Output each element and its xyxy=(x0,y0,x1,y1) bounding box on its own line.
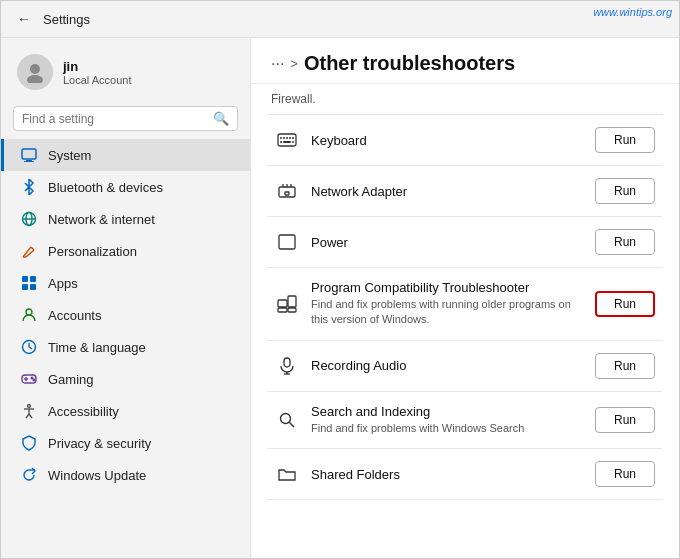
svg-rect-2 xyxy=(22,149,36,159)
search-box[interactable]: 🔍 xyxy=(13,106,238,131)
user-profile: jin Local Account xyxy=(1,46,250,102)
breadcrumb-arrow: > xyxy=(290,56,298,71)
sidebar-item-gaming-label: Gaming xyxy=(48,372,94,387)
svg-rect-29 xyxy=(278,134,296,146)
recording-audio-run-button[interactable]: Run xyxy=(595,353,655,379)
sidebar-item-update[interactable]: Windows Update xyxy=(1,459,250,491)
sidebar-item-personalization-label: Personalization xyxy=(48,244,137,259)
svg-rect-45 xyxy=(278,308,287,312)
search-input[interactable] xyxy=(22,112,209,126)
svg-rect-42 xyxy=(285,192,289,195)
search-indexing-icon xyxy=(275,408,299,432)
accessibility-icon xyxy=(20,402,38,420)
sidebar-item-privacy-label: Privacy & security xyxy=(48,436,151,451)
power-run-button[interactable]: Run xyxy=(595,229,655,255)
keyboard-run-button[interactable]: Run xyxy=(595,127,655,153)
table-row: Keyboard Run xyxy=(267,115,663,166)
svg-point-0 xyxy=(30,64,40,74)
svg-line-52 xyxy=(289,422,294,427)
sidebar-item-apps[interactable]: Apps xyxy=(1,267,250,299)
svg-line-26 xyxy=(26,414,29,418)
right-panel: ··· > Other troubleshooters Firewall. xyxy=(251,38,679,558)
user-name: jin xyxy=(63,59,132,74)
shared-folders-run-button[interactable]: Run xyxy=(595,461,655,487)
breadcrumb-dots[interactable]: ··· xyxy=(271,55,284,73)
search-indexing-name: Search and Indexing xyxy=(311,404,583,419)
recording-audio-name: Recording Audio xyxy=(311,358,583,373)
sidebar-item-privacy[interactable]: Privacy & security xyxy=(1,427,250,459)
privacy-icon xyxy=(20,434,38,452)
program-compat-desc: Find and fix problems with running older… xyxy=(311,297,583,328)
table-row: Network Adapter Run xyxy=(267,166,663,217)
back-button[interactable]: ← xyxy=(13,9,35,29)
program-compat-name: Program Compatibility Troubleshooter xyxy=(311,280,583,295)
main-content: jin Local Account 🔍 System xyxy=(1,38,679,558)
panel-header: ··· > Other troubleshooters xyxy=(251,38,679,84)
sidebar-item-update-label: Windows Update xyxy=(48,468,146,483)
table-row: Power Run xyxy=(267,217,663,268)
search-indexing-desc: Find and fix problems with Windows Searc… xyxy=(311,421,583,436)
panel-scroll: Firewall. xyxy=(251,84,679,558)
svg-rect-15 xyxy=(30,284,36,290)
sidebar-item-system-label: System xyxy=(48,148,91,163)
svg-rect-43 xyxy=(279,235,295,249)
title-bar: ← Settings xyxy=(1,1,679,38)
svg-point-1 xyxy=(27,75,43,83)
gaming-icon xyxy=(20,370,38,388)
sidebar-item-time[interactable]: Time & language xyxy=(1,331,250,363)
keyboard-icon xyxy=(275,128,299,152)
table-row: Shared Folders Run xyxy=(267,449,663,500)
network-adapter-name: Network Adapter xyxy=(311,184,583,199)
svg-line-27 xyxy=(29,414,32,418)
keyboard-name: Keyboard xyxy=(311,133,583,148)
sidebar-item-accounts[interactable]: Accounts xyxy=(1,299,250,331)
search-indexing-run-button[interactable]: Run xyxy=(595,407,655,433)
avatar xyxy=(17,54,53,90)
sidebar-item-accessibility-label: Accessibility xyxy=(48,404,119,419)
power-name: Power xyxy=(311,235,583,250)
svg-rect-46 xyxy=(288,296,296,307)
sidebar-item-personalization[interactable]: Personalization xyxy=(1,235,250,267)
search-icon: 🔍 xyxy=(213,111,229,126)
svg-rect-44 xyxy=(278,300,287,307)
sidebar-item-bluetooth[interactable]: Bluetooth & devices xyxy=(1,171,250,203)
firewall-label: Firewall. xyxy=(267,84,663,115)
sidebar-item-network-label: Network & internet xyxy=(48,212,155,227)
user-info: jin Local Account xyxy=(63,59,132,86)
personalization-icon xyxy=(20,242,38,260)
accounts-icon xyxy=(20,306,38,324)
sidebar-item-apps-label: Apps xyxy=(48,276,78,291)
sidebar-item-bluetooth-label: Bluetooth & devices xyxy=(48,180,163,195)
svg-point-21 xyxy=(31,377,33,379)
sidebar-item-accessibility[interactable]: Accessibility xyxy=(1,395,250,427)
recording-audio-info: Recording Audio xyxy=(311,358,583,373)
svg-rect-48 xyxy=(284,358,290,367)
sidebar-item-system[interactable]: System xyxy=(1,139,250,171)
search-indexing-info: Search and Indexing Find and fix problem… xyxy=(311,404,583,436)
bluetooth-icon xyxy=(20,178,38,196)
network-adapter-run-button[interactable]: Run xyxy=(595,178,655,204)
shared-folders-info: Shared Folders xyxy=(311,467,583,482)
svg-point-23 xyxy=(28,405,31,408)
svg-point-22 xyxy=(33,379,35,381)
svg-rect-4 xyxy=(24,161,34,162)
table-row: Recording Audio Run xyxy=(267,341,663,392)
sidebar: jin Local Account 🔍 System xyxy=(1,38,251,558)
network-icon xyxy=(20,210,38,228)
update-icon xyxy=(20,466,38,484)
sidebar-item-gaming[interactable]: Gaming xyxy=(1,363,250,395)
keyboard-info: Keyboard xyxy=(311,133,583,148)
program-compat-run-button[interactable]: Run xyxy=(595,291,655,317)
user-account-type: Local Account xyxy=(63,74,132,86)
power-icon xyxy=(275,230,299,254)
shared-folders-name: Shared Folders xyxy=(311,467,583,482)
svg-rect-13 xyxy=(30,276,36,282)
system-icon xyxy=(20,146,38,164)
shared-folders-icon xyxy=(275,462,299,486)
program-compat-info: Program Compatibility Troubleshooter Fin… xyxy=(311,280,583,328)
sidebar-item-time-label: Time & language xyxy=(48,340,146,355)
svg-rect-12 xyxy=(22,276,28,282)
power-info: Power xyxy=(311,235,583,250)
sidebar-item-network[interactable]: Network & internet xyxy=(1,203,250,235)
title-bar-label: Settings xyxy=(43,12,90,27)
